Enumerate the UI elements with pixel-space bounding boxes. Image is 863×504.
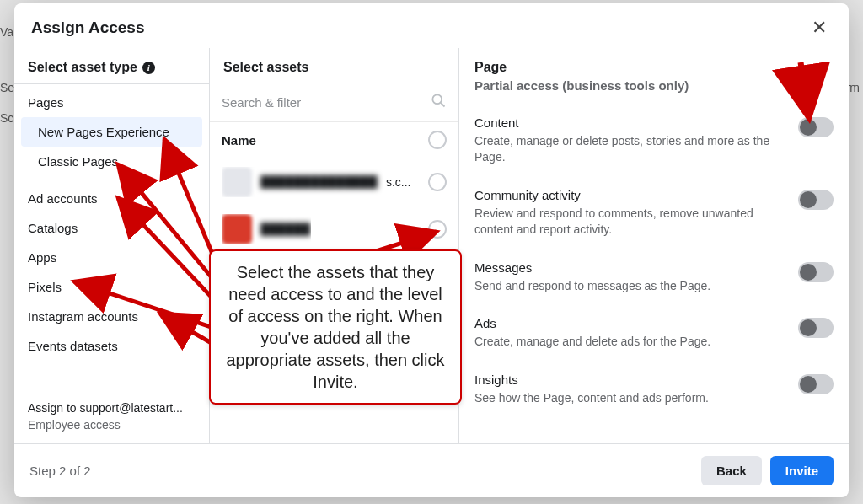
back-button[interactable]: Back (701, 456, 762, 485)
asset-row[interactable]: ██████ (210, 206, 458, 253)
asset-type-apps[interactable]: Apps (14, 243, 209, 272)
close-button[interactable]: ✕ (807, 15, 832, 40)
permission-name: Community activity (474, 188, 780, 202)
permission-name: Ads (474, 316, 710, 330)
close-icon: ✕ (812, 17, 827, 38)
invite-button[interactable]: Invite (770, 456, 834, 485)
permission-community-activity: Community activity Review and respond to… (474, 177, 834, 249)
permission-desc: Review and respond to comments, remove u… (474, 206, 780, 238)
asset-type-events-datasets[interactable]: Events datasets (14, 331, 209, 361)
asset-name-blurred: ██████████████ (260, 175, 378, 189)
asset-select-radio[interactable] (428, 220, 447, 239)
modal-header: Assign Access ✕ (14, 3, 849, 47)
asset-type-column: Select asset type i Pages New Pages Expe… (14, 48, 210, 443)
assets-header: Select assets (210, 48, 458, 83)
step-label: Step 2 of 2 (29, 464, 91, 478)
asset-type-new-pages-experience[interactable]: New Pages Experience (21, 117, 202, 147)
permission-desc: Send and respond to messages as the Page… (474, 278, 710, 294)
svg-line-1 (441, 103, 445, 107)
asset-select-radio[interactable] (428, 173, 447, 191)
permission-name: Messages (474, 260, 710, 275)
toggle-insights[interactable] (798, 374, 834, 394)
assign-to-footer: Assign to support@latestart... Employee … (14, 389, 209, 443)
asset-name-blurred: ██████ (260, 223, 311, 236)
permission-desc: Create, manage and delete ads for the Pa… (474, 334, 710, 350)
info-icon[interactable]: i (142, 62, 155, 74)
toggle-messages[interactable] (798, 262, 834, 282)
permission-content: Content Create, manage or delete posts, … (474, 105, 834, 177)
select-all-radio[interactable] (428, 131, 447, 149)
permissions-title: Page (474, 48, 834, 75)
modal-title: Assign Access (31, 19, 144, 37)
permission-messages: Messages Send and respond to messages as… (474, 249, 834, 306)
asset-type-classic-pages[interactable]: Classic Pages (14, 147, 209, 176)
toggle-ads[interactable] (798, 318, 834, 338)
toggle-content[interactable] (798, 117, 834, 137)
search-input[interactable] (222, 95, 430, 110)
permissions-subtitle: Partial access (business tools only) (474, 78, 834, 93)
asset-suffix: s.c... (386, 175, 411, 189)
permission-ads: Ads Create, manage and delete ads for th… (474, 305, 834, 362)
asset-thumb (222, 167, 252, 197)
permission-desc: See how the Page, content and ads perfor… (474, 390, 709, 406)
toggle-community-activity[interactable] (798, 190, 834, 210)
asset-type-header: Select asset type i (14, 48, 209, 83)
permissions-column: Page Partial access (business tools only… (459, 48, 849, 443)
asset-type-ad-accounts[interactable]: Ad accounts (14, 184, 209, 213)
asset-type-catalogs[interactable]: Catalogs (14, 213, 209, 243)
permission-insights: Insights See how the Page, content and a… (474, 362, 834, 418)
asset-type-header-label: Select asset type (28, 60, 137, 75)
assign-to-label: Assign to support@latestart... (28, 401, 196, 415)
modal-footer: Step 2 of 2 Back Invite (14, 443, 849, 497)
asset-type-instagram-accounts[interactable]: Instagram accounts (14, 302, 209, 331)
asset-type-pixels[interactable]: Pixels (14, 272, 209, 302)
annotation-callout: Select the assets that they need access … (209, 249, 462, 405)
asset-row[interactable]: ██████████████ s.c... (210, 158, 458, 206)
permission-desc: Create, manage or delete posts, stories … (474, 133, 780, 165)
permission-name: Insights (474, 373, 709, 387)
svg-point-0 (432, 94, 442, 104)
search-icon[interactable] (430, 92, 447, 113)
asset-type-list: Pages New Pages Experience Classic Pages… (14, 88, 209, 389)
permission-name: Content (474, 115, 780, 130)
name-column-label: Name (222, 133, 256, 147)
asset-thumb (222, 214, 252, 244)
assets-name-header: Name (210, 121, 458, 158)
search-row (210, 83, 458, 121)
asset-type-pages[interactable]: Pages (14, 88, 209, 117)
assign-role-label: Employee access (28, 418, 196, 432)
